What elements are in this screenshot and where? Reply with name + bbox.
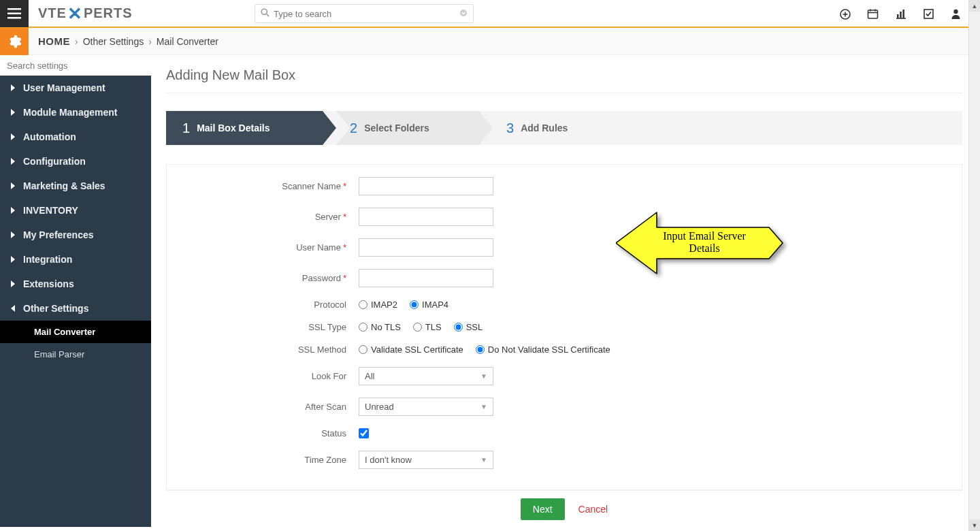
step-number: 2 [350,120,357,136]
scanner-name-input[interactable] [359,177,493,195]
ssl-type-radio[interactable] [413,323,422,332]
mailbox-form: Scanner Name* Server* User Name* Passwor… [166,164,962,490]
scroll-track[interactable] [969,12,980,519]
after-scan-value: Unread [365,402,394,412]
global-search-input[interactable] [274,9,459,19]
radio-label: TLS [425,322,442,332]
server-label: Server [315,212,341,222]
chevron-right-icon [10,231,16,238]
sidebar-item-automation[interactable]: Automation [0,125,151,149]
main: User ManagementModule ManagementAutomati… [0,55,980,527]
status-label: Status [321,428,346,438]
ssl-method-option[interactable]: Validate SSL Certificate [359,344,463,355]
svg-point-5 [460,10,467,16]
settings-sidebar: User ManagementModule ManagementAutomati… [0,55,151,527]
global-search[interactable] [255,4,474,23]
user-name-input[interactable] [359,238,493,257]
breadcrumb-home[interactable]: HOME [38,35,70,47]
radio-label: Do Not Validate SSL Certificate [488,344,610,355]
menu-icon [7,8,21,19]
breadcrumb: HOME › Other Settings › Mail Converter [38,35,218,47]
sidebar-item-configuration[interactable]: Configuration [0,149,151,174]
sidebar-subitem-mail-converter[interactable]: Mail Converter [0,321,151,343]
status-checkbox[interactable] [359,428,369,438]
chevron-right-icon [10,109,16,116]
ssl-type-radio[interactable] [454,323,463,332]
svg-point-3 [261,9,267,14]
chevron-right-icon [10,158,16,165]
sidebar-item-label: Extensions [23,278,74,289]
cancel-button[interactable]: Cancel [578,504,608,515]
sidebar-search[interactable] [0,55,151,76]
user-name-label: User Name [296,242,341,253]
password-label: Password [302,273,341,283]
ssl-type-label: SSL Type [308,322,346,332]
after-scan-select[interactable]: Unread▼ [359,398,493,416]
breadcrumb-level1[interactable]: Other Settings [83,36,144,47]
sidebar-item-label: Configuration [23,156,86,167]
svg-rect-1 [7,12,21,14]
brand-logo: VTE✕PERTS [38,5,133,21]
sidebar-item-label: My Preferences [23,229,94,240]
vertical-scrollbar[interactable]: ▲ ▼ [968,0,980,531]
ssl-method-radio[interactable] [476,345,485,354]
hamburger-menu[interactable] [0,0,29,27]
svg-rect-14 [897,14,899,18]
task-icon[interactable] [923,8,934,20]
sidebar-item-label: INVENTORY [23,205,78,216]
scroll-down-arrow[interactable]: ▼ [969,519,980,531]
ssl-type-option[interactable]: TLS [413,322,442,332]
sidebar-subitem-email-parser[interactable]: Email Parser [0,343,151,366]
sidebar-item-module-management[interactable]: Module Management [0,100,151,125]
wizard-step-2[interactable]: 2 Select Folders [323,111,493,145]
time-zone-value: I don't know [365,455,412,465]
protocol-radio[interactable] [410,300,419,309]
chevron-right-icon [10,256,16,263]
look-for-select[interactable]: All▼ [359,367,493,385]
step-label: Select Folders [364,123,429,133]
sidebar-search-input[interactable] [0,55,151,76]
brand-post: PERTS [84,5,133,21]
required-mark: * [343,242,346,253]
sidebar-item-user-management[interactable]: User Management [0,76,151,100]
ssl-method-radio[interactable] [359,345,368,354]
wizard-step-1[interactable]: 1 Mail Box Details [166,111,336,145]
password-input[interactable] [359,269,493,287]
sidebar-item-integration[interactable]: Integration [0,247,151,272]
svg-line-4 [267,14,270,17]
ssl-type-option[interactable]: SSL [454,322,483,332]
radio-label: Validate SSL Certificate [371,344,463,355]
sidebar-item-marketing-sales[interactable]: Marketing & Sales [0,174,151,198]
sidebar-item-other-settings[interactable]: Other Settings [0,296,151,321]
protocol-radio[interactable] [359,300,368,309]
calendar-icon[interactable] [867,8,879,20]
ssl-type-option[interactable]: No TLS [359,322,401,332]
sidebar-item-extensions[interactable]: Extensions [0,272,151,296]
page-title: Adding New Mail Box [166,67,962,93]
time-zone-select[interactable]: I don't know▼ [359,451,493,469]
protocol-option[interactable]: IMAP4 [410,300,448,310]
server-input[interactable] [359,208,493,226]
svg-rect-9 [868,10,878,18]
sidebar-item-inventory[interactable]: INVENTORY [0,198,151,223]
scroll-up-arrow[interactable]: ▲ [969,0,980,12]
content: Adding New Mail Box 1 Mail Box Details 2… [151,55,980,527]
radio-label: No TLS [371,322,401,332]
required-mark: * [343,212,346,222]
chart-icon[interactable] [895,8,906,20]
user-icon[interactable] [951,8,961,20]
next-button[interactable]: Next [521,498,565,520]
wizard-step-3[interactable]: 3 Add Rules [479,111,649,145]
ssl-method-option[interactable]: Do Not Validate SSL Certificate [476,344,610,355]
add-icon[interactable] [840,9,851,20]
sidebar-item-my-preferences[interactable]: My Preferences [0,223,151,247]
protocol-option[interactable]: IMAP2 [359,300,397,310]
step-label: Mail Box Details [197,123,270,133]
chevron-down-icon[interactable] [459,9,468,18]
required-mark: * [343,273,346,283]
step-number: 3 [506,120,514,136]
settings-gear-button[interactable] [0,28,29,55]
chevron-down-icon [10,306,16,311]
ssl-type-radio[interactable] [359,323,368,332]
radio-label: IMAP4 [422,300,448,310]
